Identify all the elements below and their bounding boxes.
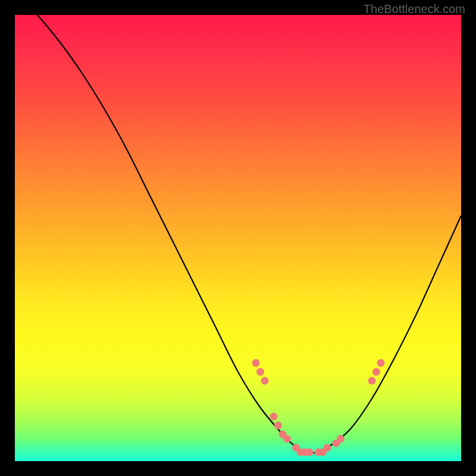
watermark-text: TheBottleneck.com <box>364 2 465 16</box>
highlight-dot <box>261 377 269 385</box>
highlight-dot <box>252 359 260 367</box>
bottleneck-curve-line <box>15 0 461 453</box>
highlight-dots-group <box>252 359 385 456</box>
highlight-dot <box>368 377 376 385</box>
chart-svg <box>15 15 461 461</box>
highlight-dot <box>372 368 380 376</box>
highlight-dot <box>337 435 345 443</box>
highlight-dot <box>306 449 314 456</box>
highlight-dot <box>256 368 264 376</box>
highlight-dot <box>283 435 291 443</box>
highlight-dot <box>377 359 385 367</box>
highlight-dot <box>324 444 331 452</box>
highlight-dot <box>270 413 278 421</box>
highlight-dot <box>274 422 282 430</box>
